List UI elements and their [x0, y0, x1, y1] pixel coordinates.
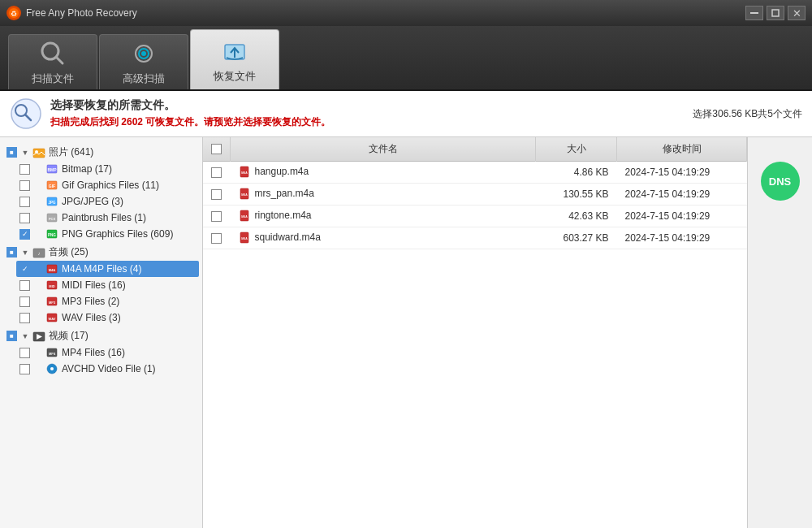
svg-text:PCX: PCX — [49, 217, 56, 221]
file-icon: M4A — [239, 188, 255, 199]
tree-item-mp3[interactable]: MP3 MP3 Files (2) — [16, 293, 199, 309]
scan-icon — [38, 39, 67, 68]
row-checkbox[interactable] — [211, 189, 222, 200]
svg-text:BMP: BMP — [47, 167, 57, 172]
main-with-dns: 文件名 大小 修改时间 M4Ahangup.m4a4.86 KB2024-7-1… — [203, 137, 812, 528]
svg-text:M4A: M4A — [241, 215, 248, 219]
photos-label: 照片 (641) — [49, 145, 93, 159]
tree-item-mp4[interactable]: MP4 MP4 Files (16) — [16, 344, 199, 361]
table-row[interactable]: M4Aringtone.m4a42.63 KB2024-7-15 04:19:2… — [203, 206, 747, 227]
audio-checkbox[interactable]: ■ — [6, 247, 17, 258]
svg-text:MP4: MP4 — [49, 352, 56, 356]
audio-expand[interactable]: ▼ — [20, 248, 30, 258]
file-table: 文件名 大小 修改时间 M4Ahangup.m4a4.86 KB2024-7-1… — [203, 137, 747, 249]
tree-item-midi[interactable]: MID MIDI Files (16) — [16, 277, 199, 293]
photos-children: BMP Bitmap (17) GIF Gif Graphics Files — [16, 161, 199, 242]
video-checkbox[interactable]: ■ — [6, 331, 17, 341]
jpg-icon: JPG — [45, 195, 58, 208]
close-button[interactable]: ✕ — [788, 6, 806, 20]
table-row[interactable]: M4Amrs_pan.m4a130.55 KB2024-7-15 04:19:2… — [203, 184, 747, 206]
tree-group-video: ■ ▼ 视频 (17) MP4 — [3, 327, 199, 377]
table-row[interactable]: M4Asquidward.m4a603.27 KB2024-7-15 04:19… — [203, 227, 747, 249]
mp4-checkbox[interactable] — [19, 348, 30, 358]
svg-text:M4A: M4A — [241, 193, 248, 197]
advanced-icon — [129, 39, 158, 68]
gif-checkbox[interactable] — [19, 180, 30, 191]
info-subtitle-before: 扫描完成后找到 — [50, 116, 119, 128]
tab-restore[interactable]: 恢复文件 — [190, 29, 279, 89]
svg-text:MID: MID — [49, 284, 54, 288]
bitmap-icon: BMP — [45, 162, 58, 175]
png-checkbox[interactable]: ✓ — [19, 229, 30, 240]
info-icon — [10, 97, 42, 130]
tree-item-avchd[interactable]: AVCHD Video File (1) — [16, 361, 199, 377]
tree-item-gif[interactable]: GIF Gif Graphics Files (11) — [16, 177, 199, 193]
info-title: 选择要恢复的所需文件。 — [50, 98, 685, 113]
file-size: 42.63 KB — [536, 206, 617, 227]
m4a-label: M4A M4P Files (4) — [62, 263, 141, 275]
m4a-checkbox[interactable]: ✓ — [19, 264, 30, 275]
tree-item-m4a[interactable]: ✓ M4A M4A M4P Files (4) — [16, 261, 199, 277]
minimize-button[interactable] — [745, 6, 763, 20]
jpg-checkbox[interactable] — [19, 197, 30, 207]
svg-text:PNG: PNG — [48, 233, 56, 237]
photos-icon — [32, 146, 45, 159]
title-controls: ✕ — [745, 6, 806, 20]
tree-item-png[interactable]: ✓ PNG PNG Graphics Files (609) — [16, 226, 199, 242]
file-icon: M4A — [239, 210, 255, 221]
gif-label: Gif Graphics Files (11) — [62, 180, 159, 191]
right-panel: 文件名 大小 修改时间 M4Ahangup.m4a4.86 KB2024-7-1… — [203, 137, 812, 528]
row-checkbox[interactable] — [211, 167, 222, 178]
restore-icon — [220, 37, 249, 66]
paintbrush-checkbox[interactable] — [19, 213, 30, 223]
video-icon — [32, 330, 45, 343]
app-icon: ♻ — [6, 6, 21, 20]
file-name: mrs_pan.m4a — [255, 188, 314, 199]
svg-point-41 — [50, 367, 54, 370]
avchd-checkbox[interactable] — [19, 364, 30, 374]
file-size: 130.55 KB — [536, 184, 617, 206]
tree-item-photos[interactable]: ■ ▼ 照片 (641) — [3, 144, 199, 161]
midi-checkbox[interactable] — [19, 280, 30, 291]
file-date: 2024-7-15 04:19:29 — [617, 227, 747, 249]
header-checkbox[interactable] — [203, 137, 231, 162]
app-title: Free Any Photo Recovery — [26, 7, 137, 19]
file-icon: M4A — [239, 166, 255, 177]
tree-item-video[interactable]: ■ ▼ 视频 (17) — [3, 327, 199, 344]
tree-item-jpg[interactable]: JPG JPG/JPEG (3) — [16, 193, 199, 210]
row-checkbox[interactable] — [211, 233, 222, 244]
photos-expand[interactable]: ▼ — [20, 148, 30, 158]
tree-item-bitmap[interactable]: BMP Bitmap (17) — [16, 161, 199, 177]
photos-checkbox[interactable]: ■ — [6, 147, 17, 158]
file-table-container[interactable]: 文件名 大小 修改时间 M4Ahangup.m4a4.86 KB2024-7-1… — [203, 137, 747, 528]
jpg-label: JPG/JPEG (3) — [62, 196, 123, 207]
maximize-button[interactable] — [767, 6, 784, 20]
title-bar: ♻ Free Any Photo Recovery ✕ — [0, 0, 812, 26]
dns-icon: DNS — [761, 162, 800, 201]
tree-item-paintbrush[interactable]: PCX Paintbrush Files (1) — [16, 210, 199, 226]
info-bar: 选择要恢复的所需文件。 扫描完成后找到 2602 可恢复文件。请预览并选择要恢复… — [0, 91, 812, 137]
tab-advanced[interactable]: 高级扫描 — [99, 34, 188, 89]
svg-text:♪: ♪ — [38, 251, 41, 256]
table-row[interactable]: M4Ahangup.m4a4.86 KB2024-7-15 04:19:29 — [203, 162, 747, 184]
file-size: 4.86 KB — [536, 162, 617, 184]
video-expand[interactable]: ▼ — [20, 331, 30, 341]
row-checkbox[interactable] — [211, 211, 222, 222]
dns-panel: DNS — [747, 137, 812, 528]
avchd-icon — [45, 362, 58, 375]
tab-scan[interactable]: 扫描文件 — [8, 34, 97, 89]
tree-group-photos: ■ ▼ 照片 (641) — [3, 144, 199, 242]
tree-item-wav[interactable]: WAV WAV Files (3) — [16, 309, 199, 326]
wav-checkbox[interactable] — [19, 313, 30, 323]
tree-item-audio[interactable]: ■ ▼ ♪ 音频 (25) — [3, 244, 199, 261]
file-icon: M4A — [239, 232, 255, 243]
left-panel: ■ ▼ 照片 (641) — [0, 137, 203, 528]
file-table-body: M4Ahangup.m4a4.86 KB2024-7-15 04:19:29M4… — [203, 162, 747, 249]
mp3-icon: MP3 — [45, 295, 58, 308]
midi-label: MIDI Files (16) — [62, 279, 126, 291]
svg-text:JPG: JPG — [48, 201, 56, 205]
paintbrush-icon: PCX — [45, 211, 58, 224]
svg-text:M4A: M4A — [49, 268, 56, 272]
bitmap-checkbox[interactable] — [19, 164, 30, 175]
mp3-checkbox[interactable] — [19, 296, 30, 307]
